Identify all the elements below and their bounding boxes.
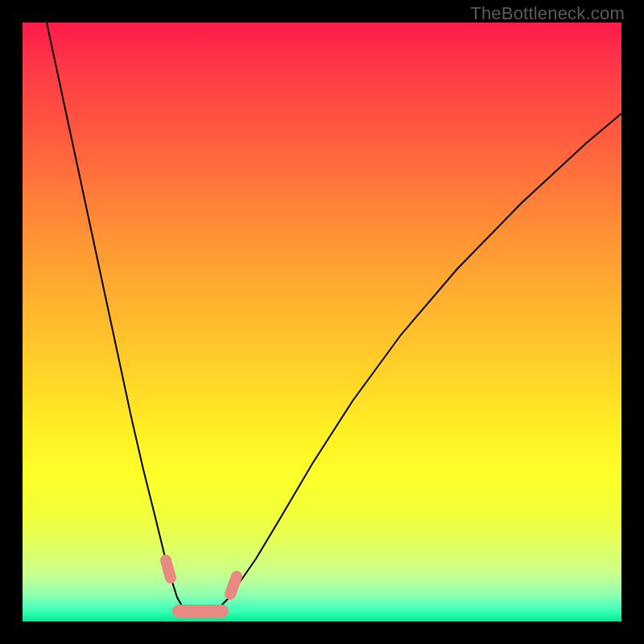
valley-marker-left <box>166 560 171 578</box>
curve-svg <box>23 23 621 621</box>
bottleneck-curve <box>47 23 621 616</box>
valley-marker-right <box>230 576 237 594</box>
chart-frame: TheBottleneck.com <box>0 0 644 644</box>
plot-area <box>23 23 621 621</box>
watermark-text: TheBottleneck.com <box>470 3 625 24</box>
